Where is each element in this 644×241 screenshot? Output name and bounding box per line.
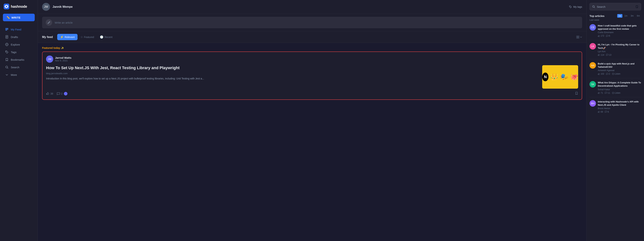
- top-article-item-2[interactable]: LK Hi, I'm Lyn - I'm Pivoting My Career …: [590, 43, 641, 59]
- svg-point-12: [6, 66, 8, 68]
- play-icon-4: [612, 92, 614, 94]
- sidebar-item-tags[interactable]: Tags: [2, 49, 36, 56]
- article-card-header: JW Jarrod Watts Nov 9, 2021: [46, 56, 578, 63]
- top-article-content-5: Interacting with Hashnode's API with Nex…: [598, 100, 641, 113]
- top-article-author-4: Suhail Kakar: [598, 88, 641, 91]
- thumbs-up-icon-small-4: [598, 92, 600, 94]
- last-week-label: Last week: [590, 19, 641, 21]
- comment-icon-small-4: [605, 92, 607, 94]
- tab-featured[interactable]: ☆ Featured: [78, 34, 97, 40]
- top-article-avatar-2: LK: [590, 43, 596, 50]
- tab-recent[interactable]: 🕐 Recent: [97, 34, 115, 40]
- comment-button[interactable]: 2: [57, 92, 68, 96]
- listen-button-4[interactable]: Listen: [612, 92, 620, 94]
- sidebar: hashnode ✏️ WRITE My Feed Drafts Explore…: [0, 0, 38, 241]
- like-stat-5: 69: [598, 111, 603, 113]
- top-article-title-4: What Are DApps: A Complete Guide To Dece…: [598, 81, 641, 88]
- sidebar-item-more[interactable]: More: [2, 71, 36, 78]
- sidebar-item-my-feed[interactable]: My Feed: [2, 26, 36, 33]
- svg-rect-23: [598, 55, 598, 56]
- svg-rect-3: [6, 29, 8, 30]
- logo-text: hashnode: [11, 5, 27, 9]
- comment-avatars: [64, 92, 68, 96]
- thumbnail-emoji-2: 👑: [550, 73, 558, 81]
- top-article-author-1: Curtis Einsmann: [598, 31, 641, 34]
- search-placeholder-text: Search: [597, 5, 634, 8]
- sidebar-item-search[interactable]: Search: [2, 64, 36, 71]
- svg-rect-26: [598, 93, 598, 94]
- comment-stat-5: 6: [605, 111, 609, 113]
- svg-line-21: [594, 7, 595, 8]
- article-card[interactable]: JW Jarrod Watts Nov 9, 2021 How To Set U…: [42, 52, 582, 100]
- search-icon: [592, 5, 595, 8]
- layout-toggle[interactable]: [576, 36, 582, 39]
- article-footer: 38 2: [46, 92, 578, 96]
- search-nav-icon: [5, 65, 9, 69]
- svg-rect-16: [578, 36, 579, 37]
- article-thumbnail: N 👑 🎭 🐙: [542, 65, 578, 89]
- top-article-stats-4: 71 11 Listen: [598, 92, 641, 94]
- time-filter-1m[interactable]: 1m: [623, 14, 629, 18]
- top-article-avatar-5: BH: [590, 100, 596, 107]
- svg-point-1: [6, 6, 7, 7]
- top-article-stats-5: 69 6: [598, 111, 641, 113]
- top-article-author-2: Lyn Kim: [598, 50, 641, 53]
- sidebar-item-label-my-feed: My Feed: [11, 28, 21, 31]
- feed-icon: [5, 28, 9, 31]
- top-article-stats-3: 102 2 Listen: [598, 73, 641, 75]
- bookmark-icon: [575, 92, 578, 95]
- my-tags-button[interactable]: My tags: [569, 6, 582, 8]
- right-panel: Search / Top articles 1w 1m 3m 6m Last w…: [586, 0, 644, 241]
- svg-rect-28: [598, 112, 598, 113]
- comment-stat-3: 2: [606, 73, 610, 75]
- time-filter-1w[interactable]: 1w: [617, 14, 622, 18]
- time-filter-3m[interactable]: 3m: [630, 14, 635, 18]
- thumbs-up-icon-small-3: [598, 73, 600, 75]
- svg-rect-19: [46, 94, 47, 95]
- time-filter-6m[interactable]: 6m: [636, 14, 641, 18]
- top-article-avatar-3: AA: [590, 62, 596, 69]
- top-article-content-2: Hi, I'm Lyn - I'm Pivoting My Career to …: [598, 43, 641, 56]
- listen-button-3[interactable]: Listen: [612, 73, 620, 75]
- top-article-item-1[interactable]: CE How I craft beautiful code that gets …: [590, 24, 641, 40]
- like-button[interactable]: 38: [46, 92, 53, 95]
- user-name: Jannik Wempe: [52, 5, 73, 9]
- write-article-input[interactable]: Write an article: [42, 17, 582, 28]
- comment-stat-4: 11: [605, 92, 610, 94]
- thumbs-up-icon-small: [598, 35, 600, 37]
- article-excerpt: Introduction In this blog post, we'll ex…: [46, 77, 538, 81]
- comment-count: 2: [61, 92, 62, 95]
- sidebar-item-explore[interactable]: Explore: [2, 41, 36, 48]
- top-article-avatar-4: SK: [590, 81, 596, 88]
- author-avatar: JW: [46, 56, 53, 63]
- drafts-icon: [5, 35, 9, 39]
- svg-point-10: [6, 44, 7, 45]
- user-avatar: JW: [42, 3, 50, 11]
- sidebar-item-bookmarks[interactable]: Bookmarks: [2, 56, 36, 63]
- write-placeholder: Write an article: [55, 21, 73, 24]
- comment-icon-small-2: [606, 54, 608, 56]
- top-article-title-2: Hi, I'm Lyn - I'm Pivoting My Career to …: [598, 43, 641, 50]
- top-article-item-5[interactable]: BH Interacting with Hashnode's API with …: [590, 100, 641, 116]
- comment-stat-1: 6: [606, 35, 610, 37]
- sidebar-item-drafts[interactable]: Drafts: [2, 33, 36, 41]
- svg-rect-2: [6, 28, 8, 29]
- hashnode-logo-icon: [4, 4, 9, 9]
- comment-icon: [57, 92, 60, 95]
- top-article-author-5: Brock Herion: [598, 107, 641, 110]
- article-title: How To Set Up Next.JS With Jest, React T…: [46, 65, 538, 71]
- main-content: JW Jannik Wempe My tags Write an article…: [38, 0, 586, 241]
- top-article-content-3: Build a quiz App with Next.js and Tailwi…: [598, 62, 641, 75]
- search-box[interactable]: Search /: [590, 3, 641, 11]
- write-button[interactable]: ✏️ WRITE: [3, 14, 35, 21]
- tab-relevant[interactable]: ⚡ Relevant: [57, 34, 78, 40]
- explore-icon: [5, 43, 9, 46]
- like-stat-3: 102: [598, 73, 604, 75]
- bookmark-button[interactable]: [575, 92, 578, 96]
- top-article-item-3[interactable]: AA Build a quiz App with Next.js and Tai…: [590, 62, 641, 78]
- top-article-title-5: Interacting with Hashnode's API with Nex…: [598, 100, 641, 107]
- author-info: Jarrod Watts Nov 9, 2021: [55, 56, 72, 62]
- top-article-item-4[interactable]: SK What Are DApps: A Complete Guide To D…: [590, 81, 641, 97]
- top-article-title-3: Build a quiz App with Next.js and Tailwi…: [598, 62, 641, 69]
- comment-avatar-1: [64, 92, 68, 96]
